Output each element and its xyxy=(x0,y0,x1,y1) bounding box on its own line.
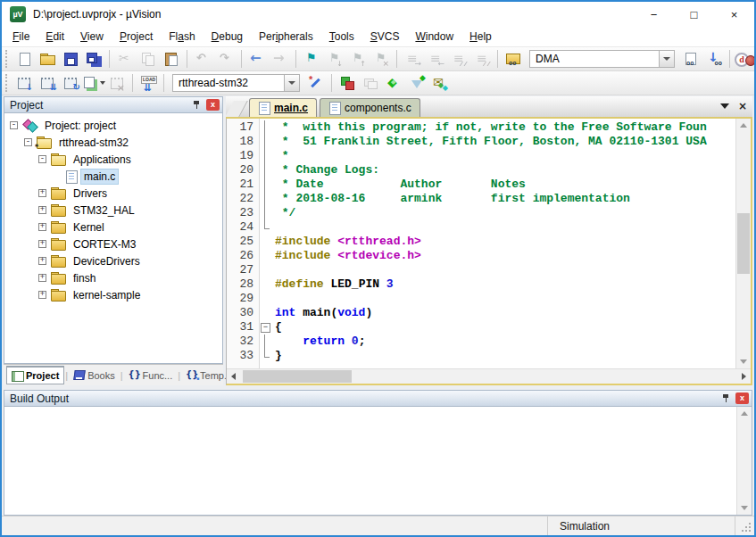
rebuild-button[interactable] xyxy=(59,72,82,94)
menu-item-flash[interactable]: Flash xyxy=(161,28,203,45)
bookmark-next-button[interactable] xyxy=(323,48,346,70)
redo-button[interactable] xyxy=(214,48,237,70)
scroll-up-icon[interactable] xyxy=(737,407,752,420)
menu-item-window[interactable]: Window xyxy=(407,28,461,45)
scroll-down-icon[interactable] xyxy=(737,501,752,515)
expand-icon[interactable]: + xyxy=(38,274,46,282)
document-tab-components-c[interactable]: components.c xyxy=(320,98,420,117)
save-button[interactable] xyxy=(59,48,82,70)
fold-marker[interactable] xyxy=(259,320,271,335)
find-in-files-button[interactable] xyxy=(502,48,525,70)
build-output-close-icon[interactable]: x xyxy=(735,392,749,404)
close-button[interactable]: × xyxy=(714,2,754,27)
tree-item-project-project[interactable]: -Project: project xyxy=(6,117,222,134)
expand-icon[interactable]: + xyxy=(38,257,46,265)
pack-installer-button[interactable] xyxy=(428,72,452,94)
open-file-button[interactable] xyxy=(36,48,59,70)
navigate-forward-button[interactable] xyxy=(269,48,292,70)
bookmark-previous-button[interactable] xyxy=(346,48,370,70)
navigate-back-button[interactable] xyxy=(245,48,269,70)
find-text-value[interactable]: DMA xyxy=(530,51,659,67)
expand-icon[interactable]: + xyxy=(38,223,46,231)
code-lines[interactable]: 17 * with this program; if not, write to… xyxy=(227,119,735,368)
panel-tab-project[interactable]: Project xyxy=(6,366,64,384)
new-file-button[interactable] xyxy=(12,48,36,70)
scroll-right-icon[interactable] xyxy=(737,369,751,384)
document-tab-main-c[interactable]: main.c xyxy=(249,98,317,117)
tree-item-drivers[interactable]: +Drivers xyxy=(6,185,222,202)
target-select-combo[interactable]: rtthread-stm32 xyxy=(172,74,300,92)
tree-item-applications[interactable]: -Applications xyxy=(6,151,222,168)
tree-item-stm32-hal[interactable]: +STM32_HAL xyxy=(6,202,222,219)
tree-item-kernel[interactable]: +Kernel xyxy=(6,219,222,235)
pin-icon[interactable] xyxy=(719,392,733,405)
tree-item-devicedrivers[interactable]: +DeviceDrivers xyxy=(6,252,222,269)
menu-item-debug[interactable]: Debug xyxy=(204,28,251,45)
batch-build-button[interactable] xyxy=(82,72,105,94)
stop-build-button[interactable] xyxy=(105,72,129,94)
menu-item-peripherals[interactable]: Peripherals xyxy=(251,28,321,45)
tree-item-kernel-sample[interactable]: +kernel-sample xyxy=(6,286,222,303)
document-list-dropdown-icon[interactable] xyxy=(720,103,729,109)
resize-grip[interactable] xyxy=(735,516,754,535)
vertical-scroll-thumb[interactable] xyxy=(737,213,750,273)
pin-icon[interactable] xyxy=(189,99,204,112)
translate-button[interactable] xyxy=(12,72,36,94)
horizontal-scroll-thumb[interactable] xyxy=(243,370,352,383)
scroll-down-icon[interactable] xyxy=(736,355,751,368)
expand-icon[interactable]: + xyxy=(38,240,46,248)
paste-button[interactable] xyxy=(160,48,183,70)
breakpoint-clipped-button[interactable] xyxy=(739,49,756,70)
bookmark-clear-all-button[interactable] xyxy=(370,48,393,70)
expand-icon[interactable]: + xyxy=(38,291,46,299)
build-button[interactable] xyxy=(36,72,59,94)
cut-button[interactable] xyxy=(113,48,137,70)
menu-item-view[interactable]: View xyxy=(72,28,112,45)
collapse-icon[interactable]: - xyxy=(10,121,18,129)
toolbar-grip[interactable] xyxy=(5,50,9,68)
find-button[interactable] xyxy=(679,48,702,70)
bookmark-toggle-button[interactable] xyxy=(300,48,323,70)
project-windows-button[interactable] xyxy=(359,72,382,94)
expand-icon[interactable]: + xyxy=(38,206,46,214)
panel-tab-books[interactable]: Books xyxy=(69,368,120,384)
comment-selection-button[interactable] xyxy=(447,48,470,70)
manage-project-items-button[interactable] xyxy=(336,72,359,94)
options-for-target-button[interactable] xyxy=(304,72,328,94)
menu-item-tools[interactable]: Tools xyxy=(321,28,362,45)
tree-item-finsh[interactable]: +finsh xyxy=(6,269,222,286)
manage-run-time-environment-button[interactable] xyxy=(382,72,405,94)
tree-item-main-c[interactable]: main.c xyxy=(6,168,222,185)
toolbar-grip[interactable] xyxy=(5,74,9,92)
select-software-packs-button[interactable] xyxy=(405,72,428,94)
expand-icon[interactable]: + xyxy=(38,189,46,197)
menu-item-project[interactable]: Project xyxy=(112,28,161,45)
project-panel-close-icon[interactable]: x xyxy=(206,99,220,111)
collapse-icon[interactable]: - xyxy=(24,138,32,146)
menu-item-help[interactable]: Help xyxy=(461,28,500,45)
collapse-icon[interactable]: - xyxy=(38,155,46,163)
panel-tab-func[interactable]: Func... xyxy=(124,368,178,384)
minimize-button[interactable]: − xyxy=(634,2,674,27)
target-select-value[interactable]: rtthread-stm32 xyxy=(173,75,284,91)
scroll-left-icon[interactable] xyxy=(227,369,240,384)
load-download-button[interactable] xyxy=(137,72,160,94)
maximize-button[interactable]: □ xyxy=(674,2,714,27)
find-text-combo[interactable]: DMA xyxy=(529,50,675,68)
save-all-button[interactable] xyxy=(82,48,105,70)
menu-item-edit[interactable]: Edit xyxy=(37,28,72,45)
incremental-find-button[interactable] xyxy=(702,48,726,70)
target-select-dropdown-button[interactable] xyxy=(284,75,299,91)
tree-item-rtthread-stm32[interactable]: -*rtthread-stm32 xyxy=(6,134,222,151)
copy-button[interactable] xyxy=(137,48,160,70)
find-text-dropdown-button[interactable] xyxy=(659,51,674,67)
uncomment-selection-button[interactable] xyxy=(470,48,494,70)
build-output-content[interactable] xyxy=(4,407,736,515)
menu-item-file[interactable]: File xyxy=(4,28,37,45)
menu-item-svcs[interactable]: SVCS xyxy=(362,28,408,45)
scroll-up-icon[interactable] xyxy=(736,119,751,132)
undo-button[interactable] xyxy=(191,48,214,70)
outdent-button[interactable] xyxy=(424,48,447,70)
document-close-icon[interactable]: × xyxy=(738,101,747,112)
indent-button[interactable] xyxy=(401,48,424,70)
